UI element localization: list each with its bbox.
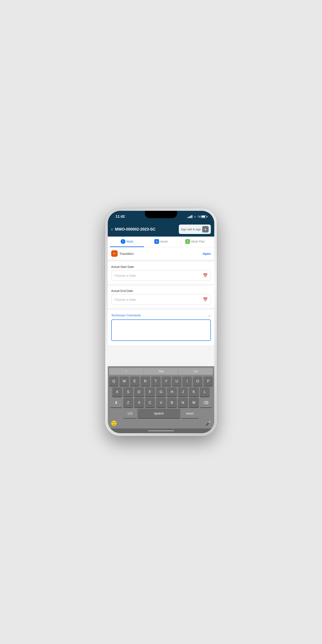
workplan-tab-icon: ☰	[185, 239, 190, 244]
key-x[interactable]: X	[134, 398, 144, 408]
esign-icon: e	[202, 226, 209, 232]
transition-row: ✏ Transition: Open	[108, 247, 214, 260]
emoji-icon[interactable]: 🙂	[111, 420, 117, 426]
back-button[interactable]: ‹	[111, 226, 113, 232]
key-t[interactable]: T	[151, 376, 160, 386]
key-s[interactable]: S	[123, 387, 133, 397]
tab-asset-label: Asset	[160, 240, 168, 243]
keyboard: I The I'm Q W E R T Y U I O P	[108, 366, 214, 428]
header-title: MWO-000002-2023-SC	[115, 227, 176, 232]
tab-work[interactable]: i Work	[110, 236, 144, 247]
key-n[interactable]: N	[178, 398, 188, 408]
return-key[interactable]: return	[182, 409, 198, 418]
technician-comments-textarea[interactable]	[111, 320, 211, 341]
battery-percent: 78	[198, 215, 200, 218]
key-m[interactable]: M	[189, 398, 199, 408]
key-e[interactable]: E	[130, 376, 140, 386]
numbers-key[interactable]: 123	[124, 409, 136, 418]
key-c[interactable]: C	[145, 398, 155, 408]
key-o[interactable]: O	[193, 376, 202, 386]
technician-comments-section: Technician Comments ⌄	[108, 310, 214, 345]
status-icons: ∿ 78	[188, 215, 206, 218]
actual-start-date-section: Actual Start Date Choose a Date 📅	[108, 262, 214, 284]
key-a[interactable]: A	[112, 387, 122, 397]
screen-content: 11:42 ∿ 78 ‹	[108, 211, 214, 433]
volume-up-button[interactable]	[102, 251, 104, 263]
key-i[interactable]: I	[182, 376, 192, 386]
key-b[interactable]: B	[167, 398, 177, 408]
home-bar	[148, 430, 174, 431]
actual-start-date-input[interactable]: Choose a Date 📅	[111, 270, 211, 280]
key-f[interactable]: F	[145, 387, 155, 397]
wifi-icon: ∿	[194, 215, 196, 218]
actual-end-date-placeholder: Choose a Date	[114, 298, 203, 302]
key-g[interactable]: G	[156, 387, 166, 397]
key-l[interactable]: L	[200, 387, 210, 397]
key-w[interactable]: W	[120, 376, 129, 386]
key-k[interactable]: K	[189, 387, 199, 397]
keyboard-suggestions: I The I'm	[109, 368, 213, 375]
keyboard-row-2: A S D F G H J K L	[109, 387, 213, 397]
actual-end-date-section: Actual End Date Choose a Date 📅	[108, 286, 214, 308]
status-bar: 11:42 ∿ 78	[108, 211, 214, 222]
app-header: ‹ MWO-000002-2023-SC Sign with E-sign e	[108, 222, 214, 236]
suggestion-im[interactable]: I'm	[178, 368, 213, 375]
esign-button[interactable]: Sign with E-sign e	[179, 224, 211, 234]
phone-device: 11:42 ∿ 78 ‹	[105, 208, 217, 436]
suggestion-the[interactable]: The	[144, 368, 178, 375]
actual-end-date-input[interactable]: Choose a Date 📅	[111, 294, 211, 304]
key-q[interactable]: Q	[109, 376, 118, 386]
signal-icon	[188, 215, 192, 218]
tab-workplan-label: Work Plan	[191, 240, 205, 243]
key-p[interactable]: P	[204, 376, 213, 386]
battery-fill	[202, 216, 205, 218]
suggestion-i[interactable]: I	[109, 368, 144, 375]
microphone-icon[interactable]: 🎤	[206, 420, 211, 426]
home-indicator	[108, 428, 214, 433]
comments-header: Technician Comments ⌄	[111, 313, 211, 317]
end-date-calendar-icon: 📅	[203, 297, 208, 302]
volume-down-button[interactable]	[102, 266, 104, 278]
space-key[interactable]: space	[138, 409, 180, 418]
shift-key[interactable]: ⬆	[110, 398, 122, 408]
comments-label: Technician Comments	[111, 314, 141, 317]
keyboard-bottom: 🙂 🎤	[109, 420, 213, 427]
status-time: 11:42	[116, 214, 125, 219]
esign-button-label: Sign with E-sign	[181, 228, 201, 231]
key-r[interactable]: R	[140, 376, 150, 386]
key-u[interactable]: U	[172, 376, 182, 386]
keyboard-row-3: ⬆ Z X C V B N M ⌫	[109, 398, 213, 408]
tab-workplan[interactable]: ☰ Work Plan	[178, 236, 212, 247]
actual-start-date-label: Actual Start Date	[111, 265, 211, 268]
delete-key[interactable]: ⌫	[200, 398, 212, 408]
transition-label: Transition:	[119, 252, 203, 256]
power-button[interactable]	[218, 258, 220, 274]
transition-status: Open	[203, 252, 211, 256]
content-area: ✏ Transition: Open Actual Start Date Cho…	[108, 247, 214, 366]
key-v[interactable]: V	[156, 398, 166, 408]
actual-start-date-placeholder: Choose a Date	[114, 274, 203, 277]
transition-icon: ✏	[111, 250, 118, 257]
tabs-bar: i Work ⚙ Asset ☰ Work Plan	[108, 236, 214, 247]
asset-tab-icon: ⚙	[154, 239, 159, 244]
battery-indicator: 78	[198, 215, 206, 218]
key-y[interactable]: Y	[162, 376, 171, 386]
battery-body	[201, 215, 206, 218]
notch	[145, 211, 177, 218]
phone-screen: 11:42 ∿ 78 ‹	[108, 211, 214, 433]
chevron-down-icon: ⌄	[208, 313, 211, 317]
key-h[interactable]: H	[167, 387, 177, 397]
actual-end-date-label: Actual End Date	[111, 289, 211, 292]
tab-asset[interactable]: ⚙ Asset	[144, 236, 178, 247]
key-j[interactable]: J	[178, 387, 188, 397]
start-date-calendar-icon: 📅	[203, 273, 208, 278]
work-tab-icon: i	[121, 239, 125, 244]
tab-work-label: Work	[126, 240, 133, 243]
key-d[interactable]: D	[134, 387, 144, 397]
keyboard-row-1: Q W E R T Y U I O P	[109, 376, 213, 386]
key-z[interactable]: Z	[123, 398, 133, 408]
keyboard-row-4: 123 space return	[109, 409, 213, 418]
